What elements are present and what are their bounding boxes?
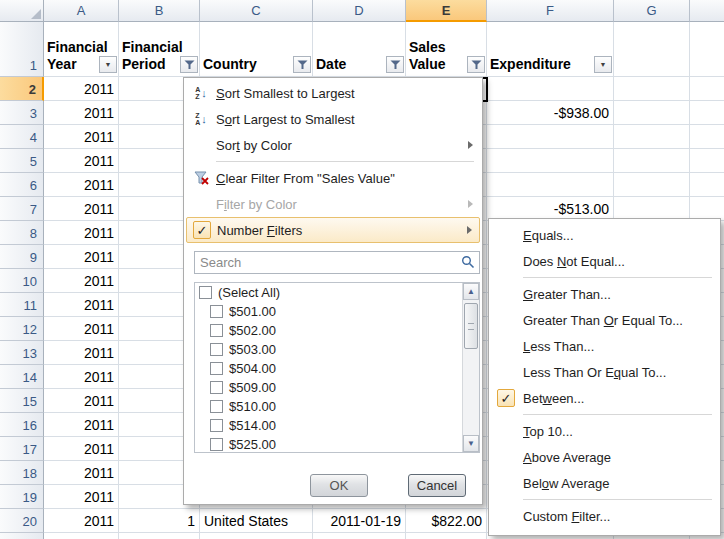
cell-h5[interactable] — [690, 149, 724, 173]
cell-a3[interactable]: 2011 — [44, 101, 119, 125]
column-header-g[interactable]: G — [614, 0, 690, 22]
submenu-item-less-than[interactable]: Less Than... — [489, 333, 720, 359]
row-header-8[interactable]: 8 — [0, 221, 44, 245]
cell-a21[interactable] — [44, 533, 119, 539]
row-header-20[interactable]: 20 — [0, 509, 44, 533]
filter-value-503-00[interactable]: $503.00 — [195, 340, 462, 359]
checkbox-unchecked[interactable] — [210, 343, 223, 356]
cell-a12[interactable]: 2011 — [44, 317, 119, 341]
cell-g3[interactable] — [614, 101, 690, 125]
cell-h4[interactable] — [690, 125, 724, 149]
row-header-6[interactable]: 6 — [0, 173, 44, 197]
submenu-item-less-than-or-equal-to[interactable]: Less Than Or Equal To... — [489, 359, 720, 385]
column-header-b[interactable]: B — [119, 0, 200, 22]
row-header-7[interactable]: 7 — [0, 197, 44, 221]
filter-value-select-all[interactable]: (Select All) — [195, 283, 462, 302]
scroll-thumb[interactable] — [464, 303, 478, 349]
checkbox-unchecked[interactable] — [210, 381, 223, 394]
row-header-19[interactable]: 19 — [0, 485, 44, 509]
column-header-c[interactable]: C — [200, 0, 313, 22]
cell-a20[interactable]: 2011 — [44, 509, 119, 533]
cell-g2[interactable] — [614, 77, 690, 101]
menu-item-sort-smallest-to-largest[interactable]: AZ↓Sort Smallest to Largest — [186, 80, 480, 106]
checkbox-unchecked[interactable] — [210, 438, 223, 451]
menu-item-filter-by-color[interactable]: Filter by Color — [186, 191, 480, 217]
checkbox-unchecked[interactable] — [199, 286, 212, 299]
filter-value-504-00[interactable]: $504.00 — [195, 359, 462, 378]
checkbox-unchecked[interactable] — [210, 324, 223, 337]
cell-a18[interactable]: 2011 — [44, 461, 119, 485]
cell-d20[interactable]: 2011-01-19 — [313, 509, 406, 533]
submenu-item-greater-than-or-equal-to[interactable]: Greater Than Or Equal To... — [489, 307, 720, 333]
cell-e20[interactable]: $822.00 — [406, 509, 487, 533]
filter-value-501-00[interactable]: $501.00 — [195, 302, 462, 321]
field-header-cell-a[interactable]: Financial Year▼ — [44, 22, 119, 77]
row-header-9[interactable]: 9 — [0, 245, 44, 269]
field-header-cell-c[interactable]: Country — [200, 22, 313, 77]
cell-a14[interactable]: 2011 — [44, 365, 119, 389]
filter-button-e[interactable] — [467, 56, 485, 73]
cell-a10[interactable]: 2011 — [44, 269, 119, 293]
cell-a9[interactable]: 2011 — [44, 245, 119, 269]
cell-a17[interactable]: 2011 — [44, 437, 119, 461]
row-header-5[interactable]: 5 — [0, 149, 44, 173]
checkbox-unchecked[interactable] — [210, 400, 223, 413]
submenu-item-custom-filter[interactable]: Custom Filter... — [489, 503, 720, 529]
row-header-11[interactable]: 11 — [0, 293, 44, 317]
filter-button-a[interactable]: ▼ — [99, 56, 117, 73]
submenu-item-greater-than[interactable]: Greater Than... — [489, 281, 720, 307]
row-header-2[interactable]: 2 — [0, 77, 44, 101]
cell-a7[interactable]: 2011 — [44, 197, 119, 221]
row-header-17[interactable]: 17 — [0, 437, 44, 461]
cell-a6[interactable]: 2011 — [44, 173, 119, 197]
cell-a11[interactable]: 2011 — [44, 293, 119, 317]
row-header-14[interactable]: 14 — [0, 365, 44, 389]
row-header-21[interactable] — [0, 533, 44, 539]
row-header-3[interactable]: 3 — [0, 101, 44, 125]
cell-a13[interactable]: 2011 — [44, 341, 119, 365]
filter-search-input[interactable] — [194, 251, 480, 274]
row-header-15[interactable]: 15 — [0, 389, 44, 413]
cell-a4[interactable]: 2011 — [44, 125, 119, 149]
cell-f6[interactable] — [487, 173, 614, 197]
submenu-item-equals[interactable]: Equals... — [489, 222, 720, 248]
submenu-item-does-not-equal[interactable]: Does Not Equal... — [489, 248, 720, 274]
filter-value-514-00[interactable]: $514.00 — [195, 416, 462, 435]
scroll-down-button[interactable]: ▼ — [463, 435, 479, 452]
filter-button-b[interactable] — [180, 56, 198, 73]
filter-button-d[interactable] — [386, 56, 404, 73]
menu-item-sort-by-color[interactable]: Sort by Color — [186, 132, 480, 158]
row-header-16[interactable]: 16 — [0, 413, 44, 437]
cell-b21[interactable] — [119, 533, 200, 539]
cell-a5[interactable]: 2011 — [44, 149, 119, 173]
field-header-cell-g[interactable] — [614, 22, 690, 77]
menu-item-number-filters[interactable]: ✓Number Filters — [186, 217, 480, 243]
row-header-4[interactable]: 4 — [0, 125, 44, 149]
cell-a15[interactable]: 2011 — [44, 389, 119, 413]
cell-e21[interactable] — [406, 533, 487, 539]
filter-list-scrollbar[interactable]: ▲ ▼ — [462, 283, 479, 452]
cell-a16[interactable]: 2011 — [44, 413, 119, 437]
checkbox-unchecked[interactable] — [210, 362, 223, 375]
filter-button-c[interactable] — [293, 56, 311, 73]
filter-value-502-00[interactable]: $502.00 — [195, 321, 462, 340]
cancel-button[interactable]: Cancel — [408, 474, 466, 497]
select-all-corner[interactable] — [0, 0, 44, 22]
cell-d21[interactable] — [313, 533, 406, 539]
submenu-item-below-average[interactable]: Below Average — [489, 470, 720, 496]
cell-g4[interactable] — [614, 125, 690, 149]
row-header-18[interactable]: 18 — [0, 461, 44, 485]
column-header-h[interactable] — [690, 0, 724, 22]
cell-f5[interactable] — [487, 149, 614, 173]
row-header-1[interactable]: 1 — [0, 22, 44, 77]
ok-button[interactable]: OK — [310, 474, 368, 497]
cell-g6[interactable] — [614, 173, 690, 197]
cell-b20[interactable]: 1 — [119, 509, 200, 533]
scroll-up-button[interactable]: ▲ — [463, 283, 479, 300]
cell-a19[interactable]: 2011 — [44, 485, 119, 509]
cell-f4[interactable] — [487, 125, 614, 149]
column-header-e[interactable]: E — [406, 0, 487, 22]
field-header-cell-d[interactable]: Date — [313, 22, 406, 77]
field-header-cell-h[interactable] — [690, 22, 724, 77]
column-header-f[interactable]: F — [487, 0, 614, 22]
